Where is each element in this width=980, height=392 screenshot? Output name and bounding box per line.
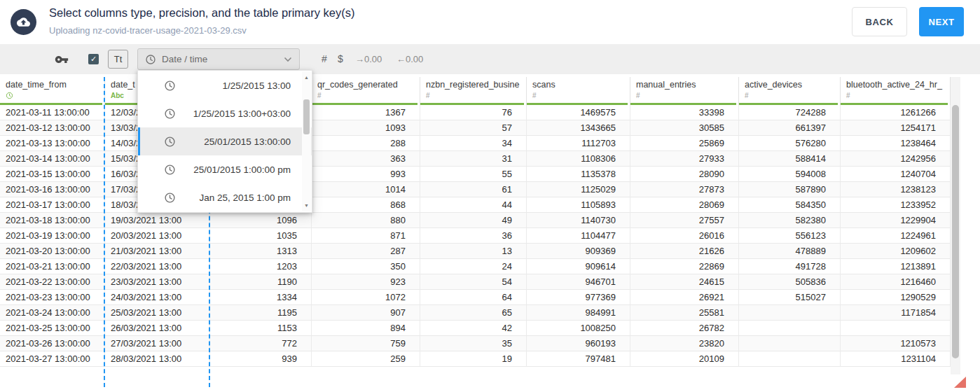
table-cell xyxy=(739,321,841,336)
column-header[interactable]: manual_entries # xyxy=(630,77,739,105)
table-row: 2021-03-27 13:00:0028/03/2021 13:0093925… xyxy=(0,351,951,367)
column-header[interactable]: date_time_from xyxy=(0,77,105,105)
clock-icon xyxy=(164,192,176,204)
clock-icon xyxy=(164,108,176,120)
table-cell: 26/03/2021 13:00 xyxy=(105,321,210,336)
table-cell: 28/03/2021 13:00 xyxy=(105,351,210,367)
table-cell: 1140730 xyxy=(527,213,630,228)
table-cell: 28090 xyxy=(630,167,739,182)
column-header[interactable]: qr_codes_generated # xyxy=(312,77,420,105)
table-cell: 1096 xyxy=(210,213,312,228)
date-format-label: 25/01/2015 1:00:00 pm xyxy=(193,164,291,175)
table-cell: 1229904 xyxy=(841,213,951,228)
table-cell: 582380 xyxy=(739,213,841,228)
clock-icon xyxy=(145,54,156,65)
table-cell: 1240704 xyxy=(841,167,951,182)
table-cell: 30585 xyxy=(630,120,739,136)
date-format-option[interactable]: 25/01/2015 1:00:00 pm xyxy=(138,155,312,183)
table-cell: 54 xyxy=(420,274,527,290)
date-format-label: 1/25/2015 13:00+03:00 xyxy=(193,108,291,119)
table-row: 2021-03-23 13:00:0024/03/2021 13:0013341… xyxy=(0,290,951,305)
text-type-button[interactable]: Tt xyxy=(108,50,128,69)
table-cell: 894 xyxy=(312,321,420,336)
table-row: 2021-03-21 13:00:0022/03/2021 13:0012033… xyxy=(0,259,951,274)
column-header[interactable]: nzbn_registered_busine # xyxy=(420,77,527,105)
table-cell: 2021-03-14 13:00:00 xyxy=(0,151,105,167)
column-type-indicator: # xyxy=(636,91,738,100)
column-type-select[interactable]: Date / time xyxy=(137,48,300,70)
table-cell: 772 xyxy=(210,336,312,351)
column-header[interactable]: scans # xyxy=(527,77,630,105)
table-cell: 1153 xyxy=(210,321,312,336)
table-cell: 57 xyxy=(420,120,527,136)
back-button[interactable]: BACK xyxy=(852,7,907,36)
table-cell: 1261266 xyxy=(841,105,951,120)
table-cell: 28069 xyxy=(630,197,739,213)
date-format-option[interactable]: Jan 25, 2015 1:00 pm xyxy=(138,183,312,211)
wizard-header: Select columns type, precision, and the … xyxy=(0,0,980,44)
table-cell: 26016 xyxy=(630,228,739,244)
column-header[interactable]: active_devices # xyxy=(739,77,841,105)
clock-icon xyxy=(164,80,176,92)
table-cell: 478889 xyxy=(739,244,841,259)
table-cell: 61 xyxy=(420,182,527,197)
currency-type-button[interactable]: $ xyxy=(338,44,343,74)
scroll-thumb[interactable] xyxy=(952,105,959,358)
number-type-button[interactable]: # xyxy=(322,44,327,74)
decimal-increase-button[interactable]: →0.00 xyxy=(355,44,382,74)
table-cell: 1334 xyxy=(210,290,312,305)
table-cell: 49 xyxy=(420,213,527,228)
table-cell: 871 xyxy=(312,228,420,244)
table-row: 2021-03-22 13:00:0023/03/2021 13:0011909… xyxy=(0,274,951,290)
column-type-indicator: # xyxy=(532,91,630,100)
date-format-label: 25/01/2015 13:00:00 xyxy=(204,136,291,147)
table-cell: 23820 xyxy=(630,336,739,351)
column-header[interactable]: bluetooth_active_24_hr_ # xyxy=(841,77,951,105)
decimal-decrease-button[interactable]: ←0.00 xyxy=(396,44,423,74)
column-valid-bar xyxy=(630,103,736,105)
table-cell: 759 xyxy=(312,336,420,351)
date-format-option[interactable]: 1/25/2015 13:00+03:00 xyxy=(138,99,312,127)
table-cell: 24 xyxy=(420,259,527,274)
clock-icon xyxy=(164,136,176,148)
table-cell: 27873 xyxy=(630,182,739,197)
check-icon: ✓ xyxy=(90,55,97,63)
table-row: 2021-03-18 13:00:0019/03/2021 13:0010968… xyxy=(0,213,951,228)
column-name: manual_entries xyxy=(636,80,738,90)
date-format-label: 1/25/2015 13:00 xyxy=(222,80,291,91)
table-cell: 76 xyxy=(420,105,527,120)
table-cell: 993 xyxy=(312,167,420,182)
table-cell: 588414 xyxy=(739,151,841,167)
date-format-label: Jan 25, 2015 1:00 pm xyxy=(199,192,291,203)
scroll-down-icon[interactable]: ▼ xyxy=(302,203,311,208)
next-button[interactable]: NEXT xyxy=(919,7,964,36)
table-cell: 2021-03-21 13:00:00 xyxy=(0,259,105,274)
date-format-option[interactable]: 25/01/2015 13:00:00 xyxy=(138,127,312,155)
table-row: 2021-03-20 13:00:0021/03/2021 13:0013132… xyxy=(0,244,951,259)
table-cell: 1125029 xyxy=(527,182,630,197)
table-cell: 25869 xyxy=(630,136,739,151)
selected-column-left-edge xyxy=(104,77,105,387)
table-cell: 2021-03-19 13:00:00 xyxy=(0,228,105,244)
table-cell: 797481 xyxy=(527,351,630,367)
table-cell: 1135378 xyxy=(527,167,630,182)
table-cell: 909614 xyxy=(527,259,630,274)
table-cell: 1233952 xyxy=(841,197,951,213)
table-cell: 977369 xyxy=(527,290,630,305)
scroll-up-icon[interactable]: ▲ xyxy=(302,75,311,80)
vertical-scrollbar[interactable] xyxy=(951,77,960,374)
date-format-option[interactable]: 1/25/2015 13:00 xyxy=(138,71,312,99)
table-cell: 960193 xyxy=(527,336,630,351)
corner-indicator xyxy=(954,377,966,388)
table-row: 2021-03-24 13:00:0025/03/2021 13:0011959… xyxy=(0,305,951,321)
table-cell: 21626 xyxy=(630,244,739,259)
menu-scrollbar[interactable]: ▲ ▼ xyxy=(302,71,311,211)
menu-scroll-thumb[interactable] xyxy=(303,99,310,134)
column-valid-bar xyxy=(739,103,838,105)
primary-key-icon[interactable] xyxy=(55,52,69,66)
table-cell: 20109 xyxy=(630,351,739,367)
include-column-checkbox[interactable]: ✓ xyxy=(88,54,99,64)
table-cell: 1105893 xyxy=(527,197,630,213)
table-cell: 36 xyxy=(420,228,527,244)
table-cell: 880 xyxy=(312,213,420,228)
